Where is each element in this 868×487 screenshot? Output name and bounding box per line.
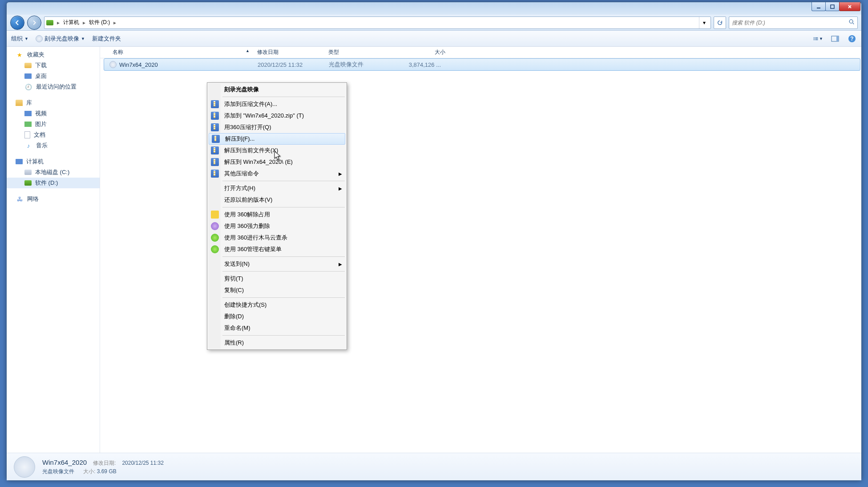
svg-rect-5 [814, 38, 815, 39]
sidebar-item-downloads[interactable]: 下载 [7, 60, 100, 71]
zip-icon [211, 112, 219, 120]
svg-rect-4 [815, 37, 818, 37]
svg-text:?: ? [850, 36, 853, 42]
menu-add-archive[interactable]: 添加到压缩文件(A)... [208, 98, 346, 110]
360-icon [211, 222, 219, 230]
svg-point-2 [849, 20, 853, 23]
menu-open-with[interactable]: 打开方式(H)▶ [208, 183, 346, 194]
breadcrumb-computer[interactable]: 计算机 [63, 19, 79, 26]
address-bar[interactable]: ▸ 计算机 ▸ 软件 (D:) ▸ ▾ [44, 16, 711, 29]
sidebar-libraries[interactable]: 库 [7, 97, 100, 108]
details-date: 2020/12/25 11:32 [122, 460, 163, 466]
details-file-name: Win7x64_2020 [42, 459, 87, 466]
menu-extract-named[interactable]: 解压到 Win7x64_2020\ (E) [208, 156, 346, 168]
svg-rect-7 [814, 39, 815, 40]
zip-icon [211, 146, 219, 154]
sidebar-item-documents[interactable]: 文档 [7, 130, 100, 140]
sidebar-computer[interactable]: 计算机 [7, 156, 100, 167]
search-input[interactable] [732, 20, 848, 26]
navigation-bar: ▸ 计算机 ▸ 软件 (D:) ▸ ▾ [7, 15, 861, 31]
preview-pane-button[interactable] [830, 34, 840, 44]
sidebar-item-pictures[interactable]: 图片 [7, 119, 100, 130]
explorer-window: ▸ 计算机 ▸ 软件 (D:) ▸ ▾ 组织▼ 刻录光盘映像▼ 新建文件夹 ▼ … [6, 2, 862, 481]
menu-360-force-delete[interactable]: 使用 360强力删除 [208, 220, 346, 232]
details-size: 3.69 GB [97, 468, 117, 475]
breadcrumb-drive[interactable]: 软件 (D:) [89, 19, 110, 26]
sidebar-item-videos[interactable]: 视频 [7, 108, 100, 119]
details-file-type: 光盘映像文件 [42, 468, 74, 475]
column-size[interactable]: 大小 [396, 47, 449, 58]
minimize-button[interactable] [811, 2, 826, 11]
zip-icon [211, 158, 219, 166]
video-icon [24, 111, 32, 116]
breadcrumb-sep-icon[interactable]: ▸ [113, 20, 117, 26]
menu-cut[interactable]: 剪切(T) [208, 273, 346, 284]
music-icon: ♪ [24, 142, 32, 150]
network-icon: 🖧 [16, 195, 24, 203]
menu-extract-here[interactable]: 解压到当前文件夹(X) [208, 145, 346, 156]
sidebar-network[interactable]: 🖧网络 [7, 194, 100, 204]
iso-file-icon [109, 61, 117, 68]
refresh-button[interactable] [714, 16, 726, 29]
file-name: Win7x64_2020 [119, 61, 158, 68]
titlebar [7, 2, 861, 15]
sidebar-item-music[interactable]: ♪音乐 [7, 140, 100, 151]
file-type: 光盘映像文件 [325, 61, 396, 69]
menu-extract-to[interactable]: 解压到(F)... [209, 133, 345, 145]
close-button[interactable] [839, 2, 860, 11]
submenu-arrow-icon: ▶ [339, 186, 342, 191]
menu-delete[interactable]: 删除(D) [208, 311, 346, 322]
menu-other-zip[interactable]: 其他压缩命令▶ [208, 168, 346, 179]
address-dropdown[interactable]: ▾ [699, 17, 709, 28]
menu-properties[interactable]: 属性(R) [208, 337, 346, 349]
organize-menu[interactable]: 组织▼ [11, 35, 28, 43]
menu-restore-versions[interactable]: 还原以前的版本(V) [208, 194, 346, 206]
context-menu: 刻录光盘映像 添加到压缩文件(A)... 添加到 "Win7x64_2020.z… [207, 82, 347, 350]
forward-button[interactable] [27, 16, 41, 30]
svg-rect-0 [817, 8, 820, 8]
menu-burn-image[interactable]: 刻录光盘映像 [208, 84, 346, 95]
column-name[interactable]: 名称▲ [100, 47, 254, 58]
document-icon [24, 131, 30, 138]
menu-360-manage-menu[interactable]: 使用 360管理右键菜单 [208, 244, 346, 255]
menu-copy[interactable]: 复制(C) [208, 284, 346, 296]
burn-image-button[interactable]: 刻录光盘映像▼ [36, 35, 85, 43]
sidebar-item-desktop[interactable]: 桌面 [7, 71, 100, 81]
maximize-button[interactable] [825, 2, 840, 11]
menu-open-360zip[interactable]: 用360压缩打开(Q) [208, 122, 346, 133]
menu-360-trojan-scan[interactable]: 使用 360进行木马云查杀 [208, 232, 346, 244]
new-folder-button[interactable]: 新建文件夹 [92, 35, 121, 43]
back-button[interactable] [10, 16, 24, 30]
search-box[interactable] [729, 16, 858, 29]
recent-icon: 🕘 [24, 83, 32, 91]
zip-icon [211, 170, 219, 178]
navigation-pane: ★收藏夹 下载 桌面 🕘最近访问的位置 库 视频 图片 文档 ♪音乐 计算机 本… [7, 47, 100, 453]
menu-rename[interactable]: 重命名(M) [208, 322, 346, 334]
menu-create-shortcut[interactable]: 创建快捷方式(S) [208, 299, 346, 311]
star-icon: ★ [16, 51, 24, 59]
menu-send-to[interactable]: 发送到(N)▶ [208, 258, 346, 270]
downloads-icon [24, 63, 32, 68]
sidebar-item-recent[interactable]: 🕘最近访问的位置 [7, 81, 100, 92]
svg-rect-6 [815, 38, 818, 39]
sidebar-favorites[interactable]: ★收藏夹 [7, 49, 100, 60]
svg-rect-1 [831, 5, 834, 8]
file-date: 2020/12/25 11:32 [254, 61, 325, 68]
sidebar-item-drive-c[interactable]: 本地磁盘 (C:) [7, 167, 100, 178]
column-type[interactable]: 类型 [325, 47, 396, 58]
desktop-icon [24, 73, 32, 79]
column-date[interactable]: 修改日期 [254, 47, 325, 58]
submenu-arrow-icon: ▶ [339, 171, 342, 176]
zip-icon [211, 100, 219, 108]
menu-360-unlock[interactable]: 使用 360解除占用 [208, 209, 346, 220]
view-mode-button[interactable]: ▼ [813, 34, 823, 44]
file-row[interactable]: Win7x64_2020 2020/12/25 11:32 光盘映像文件 3,8… [104, 58, 860, 71]
sidebar-item-drive-d[interactable]: 软件 (D:) [7, 178, 100, 188]
svg-rect-3 [814, 37, 815, 37]
breadcrumb-sep-icon[interactable]: ▸ [82, 20, 86, 26]
menu-add-zip[interactable]: 添加到 "Win7x64_2020.zip" (T) [208, 110, 346, 122]
search-icon[interactable] [848, 19, 855, 26]
breadcrumb-sep-icon[interactable]: ▸ [56, 20, 61, 26]
drive-icon [24, 180, 32, 186]
help-button[interactable]: ? [847, 34, 857, 44]
